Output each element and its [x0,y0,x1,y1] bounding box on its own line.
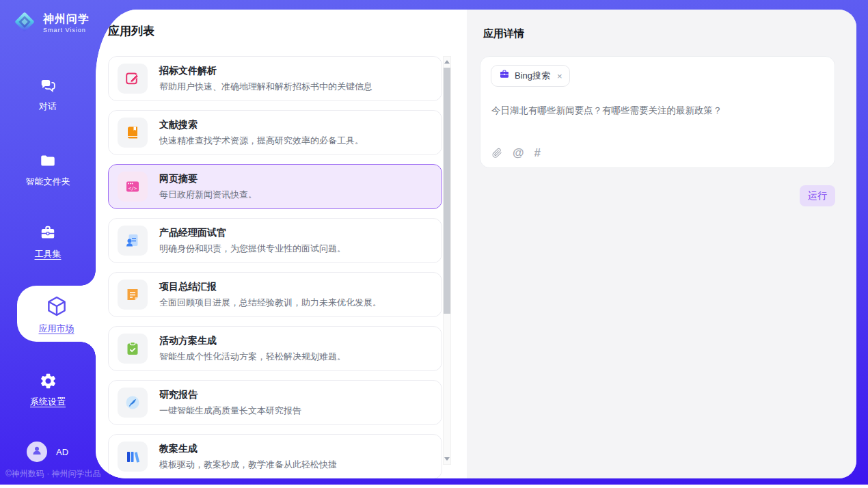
scrollbar-thumb[interactable] [444,68,450,314]
ink-pen-icon [118,388,148,418]
app-title: 研究报告 [159,389,301,401]
prompt-input[interactable]: 今日湖北有哪些新闻要点？有哪些需要关注的最新政策？ [491,104,824,118]
sidebar-item-smart-folders[interactable]: 智能文件夹 [0,152,96,188]
sidebar-item-chat[interactable]: 对话 [0,77,96,113]
sidebar-item-app-market[interactable]: 应用市场 [17,286,96,342]
app-desc: 快速精准查找学术资源，提高研究效率的必备工具。 [159,135,364,147]
svg-text:</>: </> [128,186,137,191]
app-desc: 明确身份和职责，为您提供专业性的面试问题。 [159,243,346,255]
user-row[interactable]: AD [27,442,68,462]
avatar[interactable] [27,442,47,462]
user-name: AD [56,447,68,457]
brand-name: 神州问学 [43,14,90,25]
tool-tag-label: Bing搜索 [515,70,550,82]
app-desc: 每日政府新闻资讯快查。 [159,189,257,201]
briefcase-icon [499,69,510,83]
app-list-item[interactable]: 文献搜索 快速精准查找学术资源，提高研究效率的必备工具。 [108,110,442,155]
app-frame: 神州问学 Smart Vision 对话 智能文件夹 工具集 应用市场 系统设置… [0,0,868,485]
pen-document-icon [118,64,148,94]
app-desc: 一键智能生成高质量长文本研究报告 [159,405,301,417]
app-list: 招标文件解析 帮助用户快速、准确地理解和解析招标书中的关键信息 文献搜索 快速精… [108,56,442,478]
app-title: 活动方案生成 [159,335,346,347]
chat-icon [0,77,96,96]
note-icon [118,280,148,310]
paperclip-icon[interactable] [491,148,502,159]
app-title: 教案生成 [159,443,337,455]
cube-icon [17,295,96,319]
interview-icon [118,226,148,256]
book-icon [118,118,148,148]
composer-toolbar: @# [491,148,541,159]
copyright-text: ©神州数码 · 神州问学出品 [5,468,101,480]
app-list-panel: 应用列表 招标文件解析 帮助用户快速、准确地理解和解析招标书中的关键信息 文献搜… [96,10,467,478]
tag-close-icon[interactable]: × [557,71,562,81]
scroll-down-icon[interactable] [444,455,450,463]
person-icon [31,444,43,459]
sidebar: 神州问学 Smart Vision 对话 智能文件夹 工具集 应用市场 系统设置… [0,0,96,485]
app-desc: 帮助用户快速、准确地理解和解析招标书中的关键信息 [159,81,372,93]
app-title: 招标文件解析 [159,65,372,77]
app-detail-title: 应用详情 [483,27,524,40]
app-desc: 模板驱动，教案秒成，教学准备从此轻松快捷 [159,459,337,471]
books-icon [118,442,148,472]
at-icon[interactable]: @ [513,148,524,159]
brand-subtitle: Smart Vision [43,27,90,33]
run-button[interactable]: 运行 [800,185,835,206]
app-list-title: 应用列表 [108,23,154,39]
prompt-card[interactable]: Bing搜索 × 今日湖北有哪些新闻要点？有哪些需要关注的最新政策？ @# [480,56,835,168]
folder-icon [0,152,96,171]
brand-logo: 神州问学 Smart Vision [12,9,90,38]
app-list-item[interactable]: 教案生成 模板驱动，教案秒成，教学准备从此轻松快捷 [108,434,442,478]
scroll-up-icon[interactable] [444,57,450,66]
clipboard-check-icon [118,334,148,364]
app-desc: 智能生成个性化活动方案，轻松解决规划难题。 [159,351,346,363]
brand-diamond-icon [12,9,38,38]
browser-code-icon: </> [118,172,148,202]
app-title: 网页摘要 [159,173,257,185]
main-content: 应用列表 招标文件解析 帮助用户快速、准确地理解和解析招标书中的关键信息 文献搜… [96,10,856,478]
gear-icon [0,372,96,391]
app-list-item[interactable]: 研究报告 一键智能生成高质量长文本研究报告 [108,380,442,425]
app-title: 产品经理面试官 [159,227,346,239]
app-list-item[interactable]: 项目总结汇报 全面回顾项目进展，总结经验教训，助力未来优化发展。 [108,272,442,317]
app-title: 文献搜索 [159,119,364,131]
tool-tag-bing-search[interactable]: Bing搜索 × [491,65,570,87]
toolbox-icon [0,224,96,243]
hash-icon[interactable]: # [534,148,541,159]
app-list-item[interactable]: </> 网页摘要 每日政府新闻资讯快查。 [108,164,442,209]
app-list-item[interactable]: 产品经理面试官 明确身份和职责，为您提供专业性的面试问题。 [108,218,442,263]
scrollbar[interactable] [443,56,451,465]
sidebar-item-toolset[interactable]: 工具集 [0,224,96,260]
app-detail-panel: 应用详情 Bing搜索 × 今日湖北有哪些新闻要点？有哪些需要关注的最新政策？ … [467,10,856,478]
app-title: 项目总结汇报 [159,281,381,293]
app-list-item[interactable]: 活动方案生成 智能生成个性化活动方案，轻松解决规划难题。 [108,326,442,371]
sidebar-item-system-settings[interactable]: 系统设置 [0,372,96,408]
app-list-item[interactable]: 招标文件解析 帮助用户快速、准确地理解和解析招标书中的关键信息 [108,56,442,101]
app-desc: 全面回顾项目进展，总结经验教训，助力未来优化发展。 [159,297,381,309]
